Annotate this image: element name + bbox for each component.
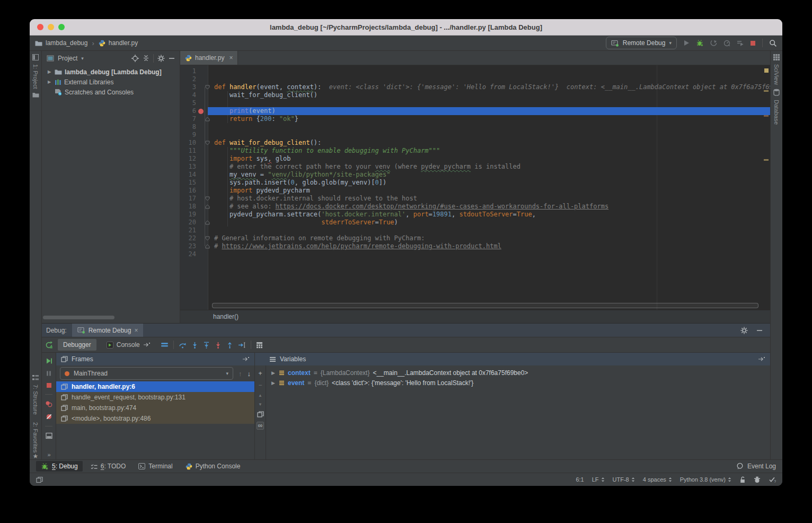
- line-number[interactable]: 20: [180, 219, 198, 226]
- status-item[interactable]: 6:1: [576, 476, 584, 483]
- tool-button-structure[interactable]: 7: Structure: [32, 385, 39, 415]
- gear-icon[interactable]: [157, 55, 165, 62]
- pin-tab-icon[interactable]: [143, 342, 151, 347]
- inspections-icon[interactable]: ?: [769, 476, 776, 483]
- close-window-button[interactable]: [37, 24, 43, 30]
- tool-window-button-terminal[interactable]: Terminal: [134, 461, 177, 472]
- tool-button-favorites[interactable]: 2: Favorites: [32, 422, 39, 452]
- code-line[interactable]: 6 print(event): [180, 107, 770, 115]
- stop-button[interactable]: [750, 40, 756, 46]
- tool-window-button-5-debug[interactable]: 5: Debug: [36, 461, 83, 472]
- zoom-window-button[interactable]: [58, 24, 65, 30]
- tree-chevron-icon[interactable]: ▶: [47, 69, 52, 74]
- run-with-button[interactable]: [737, 40, 744, 47]
- resume-button[interactable]: [46, 358, 52, 364]
- status-item[interactable]: UTF-8: [613, 476, 635, 483]
- step-out-button[interactable]: [226, 342, 233, 348]
- code-line[interactable]: 19 pydevd_pycharm.settrace('host.docker.…: [180, 211, 770, 219]
- fold-marker-icon[interactable]: [205, 203, 210, 211]
- thread-selector[interactable]: MainThread ▾: [60, 367, 233, 380]
- line-number[interactable]: 8: [180, 123, 198, 131]
- code-line[interactable]: 22# General information on remote debugg…: [180, 234, 770, 242]
- line-number[interactable]: 10: [180, 139, 198, 147]
- code-line[interactable]: 10def wait_for_debug_client():: [180, 139, 770, 147]
- line-number[interactable]: 3: [180, 83, 198, 91]
- fold-marker-icon[interactable]: [205, 234, 210, 242]
- tool-button-sciview[interactable]: SciView: [773, 64, 780, 85]
- pin-tab-icon[interactable]: [758, 356, 765, 362]
- collapse-all-button[interactable]: [143, 55, 149, 62]
- code-line[interactable]: 21: [180, 226, 770, 234]
- line-number[interactable]: 15: [180, 179, 198, 187]
- code-line[interactable]: 2: [180, 75, 770, 83]
- code-line[interactable]: 4 wait_for_debug_client(): [180, 91, 770, 99]
- code-line[interactable]: 17 # host.docker.internal should resolve…: [180, 195, 770, 203]
- code-line[interactable]: 7 return {200: "ok"}: [180, 115, 770, 123]
- run-configuration-select[interactable]: Remote Debug ▾: [606, 37, 677, 49]
- debug-session-tab[interactable]: Remote Debug ×: [72, 324, 144, 337]
- tree-item[interactable]: Scratches and Consoles: [42, 87, 180, 97]
- title-bar[interactable]: lambda_debug [~/PycharmProjects/lambda_d…: [30, 19, 782, 36]
- tree-item[interactable]: ▶External Libraries: [42, 77, 180, 87]
- line-number[interactable]: 24: [180, 250, 198, 258]
- warning-stripe-mark[interactable]: [764, 115, 769, 117]
- search-everywhere-button[interactable]: [769, 39, 777, 47]
- editor-tab-handler-py[interactable]: handler.py ×: [180, 51, 238, 65]
- line-number[interactable]: 12: [180, 155, 198, 163]
- code-line[interactable]: 1: [180, 67, 770, 75]
- code-line[interactable]: 5: [180, 99, 770, 107]
- code-line[interactable]: 11 """Utility function to enable debuggi…: [180, 147, 770, 155]
- hide-panel-button[interactable]: [756, 327, 763, 334]
- more-actions-button[interactable]: »: [47, 451, 50, 458]
- hector-icon[interactable]: [754, 476, 761, 483]
- gear-icon[interactable]: [740, 327, 748, 334]
- line-number[interactable]: 9: [180, 131, 198, 139]
- status-item[interactable]: LF: [592, 476, 605, 483]
- next-frame-button[interactable]: ↓: [248, 370, 251, 378]
- line-number[interactable]: 13: [180, 163, 198, 171]
- mute-breakpoints-button[interactable]: [46, 413, 52, 420]
- pin-tab-icon[interactable]: [242, 356, 250, 362]
- unlock-icon[interactable]: [739, 476, 746, 483]
- line-number[interactable]: 1: [180, 67, 198, 75]
- tree-chevron-icon[interactable]: ▶: [47, 80, 52, 84]
- fold-marker-icon[interactable]: [205, 83, 210, 91]
- line-number[interactable]: 7: [180, 115, 198, 123]
- pause-button[interactable]: [46, 370, 52, 377]
- previous-frame-button[interactable]: ↑: [239, 370, 242, 378]
- stack-frame-row[interactable]: <module>, bootstrap.py:486: [56, 413, 254, 424]
- code-line[interactable]: 3def handler(event, context): event: <cl…: [180, 83, 770, 91]
- line-number[interactable]: 4: [180, 91, 198, 99]
- hide-panel-button[interactable]: [169, 55, 175, 62]
- line-number[interactable]: 14: [180, 171, 198, 179]
- inspection-status-square[interactable]: [764, 68, 769, 73]
- line-number[interactable]: 2: [180, 75, 198, 83]
- tool-window-button-6-todo[interactable]: 6: TODO: [86, 461, 131, 472]
- view-breakpoints-button[interactable]: [45, 400, 52, 407]
- line-number[interactable]: 23: [180, 242, 198, 250]
- fold-marker-icon[interactable]: [205, 219, 210, 226]
- stack-frame-row[interactable]: handle_event_request, bootstrap.py:131: [56, 392, 254, 403]
- code-line[interactable]: 13 # enter the correct path here to your…: [180, 163, 770, 171]
- force-step-into-button[interactable]: [203, 342, 210, 348]
- stack-frame-row[interactable]: main, bootstrap.py:474: [56, 403, 254, 413]
- minimize-window-button[interactable]: [48, 24, 54, 30]
- breadcrumb-project[interactable]: lambda_debug: [35, 39, 87, 47]
- warning-stripe-mark[interactable]: [764, 90, 769, 92]
- variable-row[interactable]: ▶event = {dict} <class 'dict'>: {'messag…: [266, 378, 770, 388]
- code-line[interactable]: 18 # see also: https://docs.docker.com/d…: [180, 203, 770, 211]
- line-number[interactable]: 17: [180, 195, 198, 203]
- tree-item[interactable]: ▶lambda_debug [Lambda Debug]: [42, 67, 180, 77]
- code-line[interactable]: 8: [180, 123, 770, 131]
- close-icon[interactable]: ×: [134, 327, 138, 334]
- fold-marker-icon[interactable]: [205, 139, 210, 147]
- status-item[interactable]: 4 spaces: [643, 476, 672, 483]
- status-item[interactable]: Python 3.8 (venv): [680, 476, 731, 483]
- tool-button-database[interactable]: Database: [773, 100, 780, 125]
- code-line[interactable]: 23# https://www.jetbrains.com/help/pycha…: [180, 242, 770, 250]
- evaluate-expression-button[interactable]: [256, 342, 263, 348]
- breakpoint-dot[interactable]: [198, 109, 204, 114]
- line-number[interactable]: 22: [180, 234, 198, 242]
- step-into-my-code-button[interactable]: [215, 342, 222, 348]
- tab-debugger[interactable]: Debugger: [58, 339, 96, 351]
